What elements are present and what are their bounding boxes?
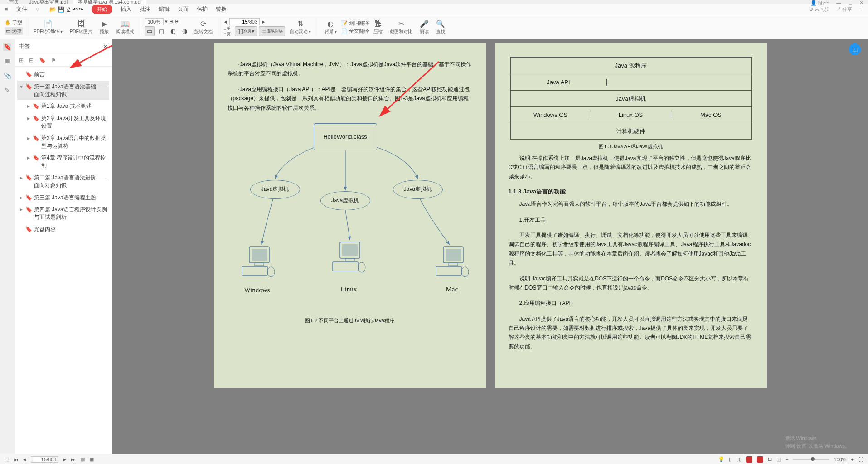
window-controls: 👤 hh~~ — ☐ ✕ xyxy=(810,0,863,6)
rail-bookmark-icon[interactable]: 🔖 xyxy=(3,43,11,51)
status-view-double-icon[interactable]: ▯▯ xyxy=(736,456,742,462)
page-input[interactable]: /803 xyxy=(229,18,260,25)
status-last-page-icon[interactable]: ⏭ xyxy=(71,457,76,462)
tool-readmode[interactable]: 📖阅读模式 xyxy=(113,19,137,36)
continuous-button[interactable]: ☰ 连续阅读 xyxy=(259,26,285,36)
bm-collapse-icon[interactable]: ⊟ xyxy=(29,57,34,63)
tool-pdf2office[interactable]: 📄PDF转Office ▾ xyxy=(31,19,65,36)
page-next-icon[interactable]: ► xyxy=(261,19,266,24)
tab-home[interactable]: 首页 xyxy=(5,0,24,4)
para: ·Java应用编程接口（Java API）：API是一套编写好的软件组件的集合，… xyxy=(228,85,472,112)
maximize-icon[interactable]: ☐ xyxy=(848,0,853,6)
status-fullscreen-icon[interactable]: ⛶ xyxy=(858,457,863,462)
tool-select[interactable]: ▭ 选择 xyxy=(5,27,23,35)
status-indicator-2[interactable] xyxy=(757,456,763,463)
menu-file[interactable]: 文件 xyxy=(16,5,27,13)
diagram-class-file: HelloWorld.class xyxy=(314,123,377,150)
zoom-dropdown-icon[interactable]: ▾ xyxy=(165,19,168,24)
bm-node-part1[interactable]: ▾🔖第一篇 Java语言语法基础——面向过程知识 xyxy=(17,81,109,101)
status-view-single-icon[interactable]: ▯ xyxy=(729,456,732,462)
computer-icon xyxy=(435,246,471,277)
page-prev-icon[interactable]: ◄ xyxy=(223,19,228,24)
bm-add-icon[interactable]: 🔖 xyxy=(39,57,46,63)
status-zoom-in-icon[interactable]: + xyxy=(851,457,854,462)
status-next-page-icon[interactable]: ► xyxy=(62,457,67,462)
share-icon[interactable]: ↗ 分享 xyxy=(836,6,852,13)
rail-thumbnail-icon[interactable]: ▤ xyxy=(3,57,11,65)
windows-watermark: 激活 Windows 转到"设置"以激活 Windows。 xyxy=(785,435,850,450)
close-icon[interactable]: ✕ xyxy=(859,0,863,6)
tool-full-translate[interactable]: 📄 全文翻译 xyxy=(341,28,369,34)
bm-node-part3[interactable]: ▸🔖第三篇 Java语言编程主题 xyxy=(17,192,109,204)
left-rail: 🔖 ▤ 📎 ✎ xyxy=(0,39,15,454)
bm-node-ch2[interactable]: ▸🔖第2章 Java开发工具及环境设置 xyxy=(24,112,109,132)
status-view2-icon[interactable]: ▦ xyxy=(89,456,94,462)
menu-page[interactable]: 页面 xyxy=(178,5,189,13)
tool-autoscroll[interactable]: ⇅自动滚动 ▾ xyxy=(287,19,314,36)
status-fit2-icon[interactable]: ◫ xyxy=(776,456,781,462)
zoom-in-icon[interactable]: ⊕ xyxy=(169,19,173,24)
single-page-button[interactable]: ▯ 单页 xyxy=(223,26,233,36)
stack-row: 计算机硬件 xyxy=(511,123,751,139)
tool-rotate[interactable]: ⟳旋转文档 xyxy=(192,19,215,36)
nosync-icon[interactable]: ⊘ 未同步 xyxy=(809,6,829,13)
zoom-out-icon[interactable]: ⊖ xyxy=(175,19,179,24)
tool-hand[interactable]: ✋ 手型 xyxy=(5,19,23,26)
bm-node-part4[interactable]: ▸🔖第四篇 Java语言程序设计实例与面试题剖析 xyxy=(17,203,109,223)
menu-protect[interactable]: 保护 xyxy=(197,5,208,13)
status-badge-icon[interactable]: 💡 xyxy=(718,456,724,462)
menu-start[interactable]: 开始 xyxy=(92,5,112,14)
status-first-page-icon[interactable]: ⏮ xyxy=(14,457,19,462)
document-area[interactable]: ·Java虚拟机（Java Virtual Machine，JVM）：Java虚… xyxy=(112,39,868,454)
svg-rect-3 xyxy=(255,263,264,266)
tool-word-translate[interactable]: 📝 划词翻译 xyxy=(341,20,369,27)
figure-caption: 图1-3 Java API和Java虚拟机 xyxy=(495,143,767,150)
more-icon[interactable]: ⋮ xyxy=(858,6,863,13)
para: 2.应用编程接口（API） xyxy=(509,299,753,308)
menu-annotate[interactable]: 批注 xyxy=(140,5,150,13)
fit-width-icon[interactable]: ▭ xyxy=(145,26,155,36)
float-badge-icon[interactable]: ⬚ xyxy=(849,44,861,55)
para: Java API提供了Java语言的核心功能，开发人员可以直接调用这些方法或实现… xyxy=(509,314,753,352)
tool-pdf2img[interactable]: 🖼PDF转图片 xyxy=(67,19,95,36)
status-view-icon[interactable]: ▤ xyxy=(80,456,85,462)
status-fit-icon[interactable]: ⊡ xyxy=(768,456,772,462)
minimize-icon[interactable]: — xyxy=(836,0,841,6)
bm-node-ch1[interactable]: ▸🔖第1章 Java 技术概述 xyxy=(24,100,109,112)
bm-node-ch3[interactable]: ▸🔖第3章 Java语言中的数据类型与运算符 xyxy=(24,132,109,152)
svg-rect-13 xyxy=(449,263,458,266)
menu-convert[interactable]: 转换 xyxy=(216,5,227,13)
menu-edit[interactable]: 编辑 xyxy=(159,5,170,13)
svg-rect-7 xyxy=(342,244,358,256)
user-avatar[interactable]: 👤 hh~~ xyxy=(810,0,829,6)
menu-insert[interactable]: 插入 xyxy=(121,5,131,13)
tool-play[interactable]: ▶播放 xyxy=(97,19,112,36)
tool-compress[interactable]: 🗜压缩 xyxy=(371,19,385,36)
fit-page-icon[interactable]: ▢ xyxy=(156,26,166,36)
bm-node-ch4[interactable]: ▸🔖第4章 程序设计中的流程控制 xyxy=(24,152,109,172)
bm-node-preface[interactable]: 🔖前言 xyxy=(17,68,109,81)
tab-file-1[interactable]: Java类出宝典.pdf xyxy=(24,0,73,4)
bm-expand-icon[interactable]: ⊞ xyxy=(19,57,24,63)
view-mode-icon[interactable]: ◐ xyxy=(168,26,178,36)
status-indicator-1[interactable] xyxy=(746,456,752,463)
bm-flag-icon[interactable]: ⚑ xyxy=(51,57,56,63)
status-cursor-icon[interactable]: ⬚ xyxy=(5,456,9,462)
status-page-input[interactable]: /803 xyxy=(31,456,58,463)
bm-node-cd[interactable]: 🔖光盘内容 xyxy=(17,223,109,236)
view-mode2-icon[interactable]: ◑ xyxy=(180,26,190,36)
bookmark-close-icon[interactable]: ✕ xyxy=(103,44,107,50)
zoom-slider[interactable] xyxy=(793,459,829,460)
bm-node-part2[interactable]: ▸🔖第二篇 Java语言语法进阶——面向对象知识 xyxy=(17,172,109,192)
zoom-value[interactable]: 100% xyxy=(145,18,164,25)
tool-find[interactable]: 🔍查找 xyxy=(433,19,448,36)
tool-background[interactable]: ◐背景 ▾ xyxy=(322,19,340,36)
tab-file-2[interactable]: 零基础学java 源...s4.com.pdf xyxy=(73,0,146,4)
rail-attachment-icon[interactable]: 📎 xyxy=(3,72,11,80)
tool-read-aloud[interactable]: 🎤朗读 xyxy=(417,19,432,36)
tool-crop-compare[interactable]: ✂截图和对比 xyxy=(387,19,415,36)
rail-annotation-icon[interactable]: ✎ xyxy=(3,86,11,94)
status-prev-page-icon[interactable]: ◄ xyxy=(22,457,27,462)
double-page-button[interactable]: ▯▯ 双页▾ xyxy=(235,26,257,36)
status-zoom-out-icon[interactable]: − xyxy=(786,457,788,462)
